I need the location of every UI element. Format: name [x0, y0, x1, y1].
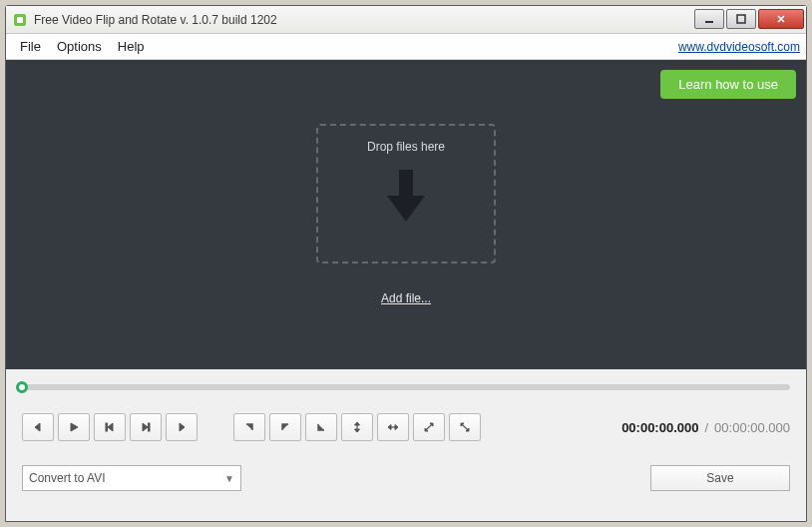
menubar: File Options Help www.dvdvideosoft.com — [6, 34, 806, 60]
flip-vertical-button[interactable] — [341, 413, 373, 441]
save-button[interactable]: Save — [650, 465, 790, 491]
close-button[interactable] — [758, 9, 804, 29]
output-format-select[interactable]: Convert to AVI ▼ — [22, 465, 241, 491]
drop-zone-label: Drop files here — [367, 140, 445, 154]
seek-track[interactable] — [22, 384, 790, 390]
svg-line-8 — [427, 425, 432, 430]
flip-diagonal-1-button[interactable] — [413, 413, 445, 441]
app-window: Free Video Flip and Rotate v. 1.0.7 buil… — [5, 5, 807, 522]
svg-line-9 — [463, 425, 468, 430]
window-title: Free Video Flip and Rotate v. 1.0.7 buil… — [34, 13, 694, 27]
flip-horizontal-button[interactable] — [377, 413, 409, 441]
minimize-button[interactable] — [694, 9, 724, 29]
bottom-bar: Convert to AVI ▼ Save — [6, 449, 806, 503]
step-back-button[interactable] — [22, 413, 54, 441]
seek-thumb[interactable] — [16, 381, 28, 393]
flip-diagonal-2-button[interactable] — [449, 413, 481, 441]
svg-rect-2 — [705, 21, 713, 23]
learn-how-to-use-button[interactable]: Learn how to use — [660, 70, 796, 99]
next-frame-button[interactable] — [130, 413, 162, 441]
timecode-total: 00:00:00.000 — [714, 420, 790, 435]
toolbar: 00:00:00.000 / 00:00:00.000 — [6, 395, 806, 449]
timecode-separator: / — [704, 420, 708, 435]
svg-rect-5 — [149, 423, 151, 431]
timecode-current: 00:00:00.000 — [621, 420, 698, 435]
window-controls — [694, 11, 806, 29]
output-format-value: Convert to AVI — [29, 471, 105, 485]
arrow-down-icon — [383, 168, 429, 226]
site-link[interactable]: www.dvdvideosoft.com — [678, 40, 800, 54]
preview-area: Learn how to use Drop files here Add fil… — [6, 60, 806, 369]
menu-file[interactable]: File — [12, 37, 49, 56]
menu-options[interactable]: Options — [49, 37, 110, 56]
seekbar — [6, 369, 806, 395]
play-button[interactable] — [58, 413, 90, 441]
rotate-180-button[interactable] — [305, 413, 337, 441]
svg-rect-3 — [737, 15, 745, 23]
chevron-down-icon: ▼ — [224, 473, 234, 484]
maximize-button[interactable] — [726, 9, 756, 29]
prev-frame-button[interactable] — [94, 413, 126, 441]
rotate-right-90-button[interactable] — [269, 413, 301, 441]
rotate-left-90-button[interactable] — [233, 413, 265, 441]
svg-rect-1 — [17, 17, 23, 23]
app-icon — [12, 12, 28, 28]
drop-zone[interactable]: Drop files here — [316, 124, 496, 264]
add-file-link[interactable]: Add file... — [381, 291, 431, 305]
step-forward-button[interactable] — [166, 413, 198, 441]
titlebar: Free Video Flip and Rotate v. 1.0.7 buil… — [6, 6, 806, 34]
menu-help[interactable]: Help — [110, 37, 153, 56]
timecode: 00:00:00.000 / 00:00:00.000 — [621, 420, 790, 435]
